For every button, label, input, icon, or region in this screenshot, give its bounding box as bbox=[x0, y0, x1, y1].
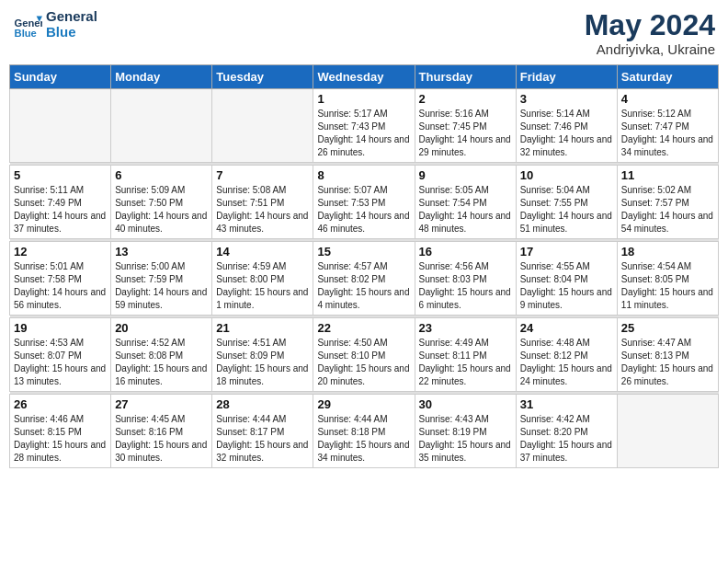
day-number: 19 bbox=[14, 321, 107, 335]
calendar-day-cell: 15Sunrise: 4:57 AMSunset: 8:02 PMDayligh… bbox=[313, 242, 415, 316]
day-info: Sunrise: 4:50 AMSunset: 8:10 PMDaylight:… bbox=[317, 337, 410, 388]
day-number: 14 bbox=[216, 245, 309, 259]
day-number: 3 bbox=[520, 92, 613, 106]
calendar-week-row: 5Sunrise: 5:11 AMSunset: 7:49 PMDaylight… bbox=[10, 166, 719, 239]
day-number: 11 bbox=[621, 168, 714, 182]
calendar-day-cell: 22Sunrise: 4:50 AMSunset: 8:10 PMDayligh… bbox=[313, 318, 415, 392]
day-info: Sunrise: 5:00 AMSunset: 7:59 PMDaylight:… bbox=[115, 260, 208, 312]
day-info: Sunrise: 5:04 AMSunset: 7:55 PMDaylight:… bbox=[520, 184, 613, 236]
weekday-header: Wednesday bbox=[313, 65, 415, 89]
calendar-day-cell: 16Sunrise: 4:56 AMSunset: 8:03 PMDayligh… bbox=[415, 242, 516, 316]
calendar-day-cell: 21Sunrise: 4:51 AMSunset: 8:09 PMDayligh… bbox=[212, 318, 313, 392]
calendar-day-cell: 28Sunrise: 4:44 AMSunset: 8:17 PMDayligh… bbox=[212, 395, 313, 468]
day-info: Sunrise: 4:51 AMSunset: 8:09 PMDaylight:… bbox=[216, 337, 309, 388]
calendar-day-cell: 26Sunrise: 4:46 AMSunset: 8:15 PMDayligh… bbox=[10, 395, 111, 468]
day-number: 13 bbox=[115, 245, 208, 259]
day-info: Sunrise: 4:42 AMSunset: 8:20 PMDaylight:… bbox=[520, 413, 613, 465]
calendar-table: SundayMondayTuesdayWednesdayThursdayFrid… bbox=[9, 64, 719, 468]
weekday-header-row: SundayMondayTuesdayWednesdayThursdayFrid… bbox=[10, 65, 719, 89]
calendar-day-cell: 29Sunrise: 4:44 AMSunset: 8:18 PMDayligh… bbox=[313, 395, 415, 468]
day-number: 4 bbox=[621, 92, 714, 106]
calendar-day-cell: 20Sunrise: 4:52 AMSunset: 8:08 PMDayligh… bbox=[111, 318, 212, 392]
weekday-header: Thursday bbox=[415, 65, 516, 89]
calendar-day-cell bbox=[111, 89, 212, 163]
page-header: General Blue General Blue May 2024 Andri… bbox=[9, 9, 719, 57]
weekday-header: Saturday bbox=[617, 65, 718, 89]
calendar-day-cell: 30Sunrise: 4:43 AMSunset: 8:19 PMDayligh… bbox=[415, 395, 516, 468]
day-number: 6 bbox=[115, 168, 208, 182]
day-number: 10 bbox=[520, 168, 613, 182]
calendar-day-cell: 19Sunrise: 4:53 AMSunset: 8:07 PMDayligh… bbox=[10, 318, 111, 392]
day-info: Sunrise: 4:52 AMSunset: 8:08 PMDaylight:… bbox=[115, 337, 208, 388]
title-area: May 2024 Andriyivka, Ukraine bbox=[585, 9, 715, 57]
calendar-week-row: 19Sunrise: 4:53 AMSunset: 8:07 PMDayligh… bbox=[10, 318, 719, 392]
weekday-header: Sunday bbox=[10, 65, 111, 89]
day-number: 28 bbox=[216, 397, 309, 411]
day-info: Sunrise: 4:46 AMSunset: 8:15 PMDaylight:… bbox=[14, 413, 107, 465]
location-subtitle: Andriyivka, Ukraine bbox=[585, 41, 715, 57]
calendar-day-cell: 24Sunrise: 4:48 AMSunset: 8:12 PMDayligh… bbox=[516, 318, 617, 392]
calendar-day-cell: 11Sunrise: 5:02 AMSunset: 7:57 PMDayligh… bbox=[617, 166, 718, 239]
day-number: 5 bbox=[14, 168, 107, 182]
month-title: May 2024 bbox=[585, 9, 715, 41]
calendar-day-cell: 9Sunrise: 5:05 AMSunset: 7:54 PMDaylight… bbox=[415, 166, 516, 239]
day-number: 23 bbox=[419, 321, 512, 335]
logo-icon: General Blue bbox=[13, 10, 42, 40]
calendar-day-cell: 1Sunrise: 5:17 AMSunset: 7:43 PMDaylight… bbox=[313, 89, 415, 163]
day-info: Sunrise: 5:09 AMSunset: 7:50 PMDaylight:… bbox=[115, 184, 208, 236]
calendar-day-cell: 14Sunrise: 4:59 AMSunset: 8:00 PMDayligh… bbox=[212, 242, 313, 316]
calendar-day-cell: 8Sunrise: 5:07 AMSunset: 7:53 PMDaylight… bbox=[313, 166, 415, 239]
calendar-day-cell: 12Sunrise: 5:01 AMSunset: 7:58 PMDayligh… bbox=[10, 242, 111, 316]
day-info: Sunrise: 5:12 AMSunset: 7:47 PMDaylight:… bbox=[621, 108, 714, 159]
day-number: 26 bbox=[14, 397, 107, 411]
day-info: Sunrise: 5:05 AMSunset: 7:54 PMDaylight:… bbox=[419, 184, 512, 236]
logo-line1: General bbox=[46, 9, 97, 25]
weekday-header: Tuesday bbox=[212, 65, 313, 89]
calendar-week-row: 26Sunrise: 4:46 AMSunset: 8:15 PMDayligh… bbox=[10, 395, 719, 468]
calendar-day-cell: 23Sunrise: 4:49 AMSunset: 8:11 PMDayligh… bbox=[415, 318, 516, 392]
day-info: Sunrise: 4:49 AMSunset: 8:11 PMDaylight:… bbox=[419, 337, 512, 388]
calendar-day-cell: 3Sunrise: 5:14 AMSunset: 7:46 PMDaylight… bbox=[516, 89, 617, 163]
weekday-header: Monday bbox=[111, 65, 212, 89]
calendar-day-cell: 31Sunrise: 4:42 AMSunset: 8:20 PMDayligh… bbox=[516, 395, 617, 468]
day-number: 2 bbox=[419, 92, 512, 106]
day-number: 8 bbox=[317, 168, 410, 182]
day-number: 21 bbox=[216, 321, 309, 335]
day-info: Sunrise: 5:08 AMSunset: 7:51 PMDaylight:… bbox=[216, 184, 309, 236]
day-info: Sunrise: 4:57 AMSunset: 8:02 PMDaylight:… bbox=[317, 260, 410, 312]
day-number: 22 bbox=[317, 321, 410, 335]
day-number: 30 bbox=[419, 397, 512, 411]
calendar-day-cell: 6Sunrise: 5:09 AMSunset: 7:50 PMDaylight… bbox=[111, 166, 212, 239]
day-number: 15 bbox=[317, 245, 410, 259]
day-info: Sunrise: 4:55 AMSunset: 8:04 PMDaylight:… bbox=[520, 260, 613, 312]
svg-text:Blue: Blue bbox=[15, 27, 37, 38]
calendar-week-row: 1Sunrise: 5:17 AMSunset: 7:43 PMDaylight… bbox=[10, 89, 719, 163]
day-info: Sunrise: 4:44 AMSunset: 8:17 PMDaylight:… bbox=[216, 413, 309, 465]
day-number: 29 bbox=[317, 397, 410, 411]
day-number: 20 bbox=[115, 321, 208, 335]
day-info: Sunrise: 5:01 AMSunset: 7:58 PMDaylight:… bbox=[14, 260, 107, 312]
calendar-day-cell: 27Sunrise: 4:45 AMSunset: 8:16 PMDayligh… bbox=[111, 395, 212, 468]
calendar-day-cell: 2Sunrise: 5:16 AMSunset: 7:45 PMDaylight… bbox=[415, 89, 516, 163]
day-info: Sunrise: 4:44 AMSunset: 8:18 PMDaylight:… bbox=[317, 413, 410, 465]
calendar-day-cell bbox=[10, 89, 111, 163]
day-info: Sunrise: 4:45 AMSunset: 8:16 PMDaylight:… bbox=[115, 413, 208, 465]
day-number: 18 bbox=[621, 245, 714, 259]
day-info: Sunrise: 4:56 AMSunset: 8:03 PMDaylight:… bbox=[419, 260, 512, 312]
calendar-day-cell: 7Sunrise: 5:08 AMSunset: 7:51 PMDaylight… bbox=[212, 166, 313, 239]
day-number: 24 bbox=[520, 321, 613, 335]
calendar-day-cell: 18Sunrise: 4:54 AMSunset: 8:05 PMDayligh… bbox=[617, 242, 718, 316]
day-info: Sunrise: 5:02 AMSunset: 7:57 PMDaylight:… bbox=[621, 184, 714, 236]
calendar-day-cell bbox=[617, 395, 718, 468]
day-number: 7 bbox=[216, 168, 309, 182]
day-info: Sunrise: 5:16 AMSunset: 7:45 PMDaylight:… bbox=[419, 108, 512, 159]
calendar-day-cell: 17Sunrise: 4:55 AMSunset: 8:04 PMDayligh… bbox=[516, 242, 617, 316]
day-number: 31 bbox=[520, 397, 613, 411]
calendar-day-cell: 25Sunrise: 4:47 AMSunset: 8:13 PMDayligh… bbox=[617, 318, 718, 392]
day-number: 1 bbox=[317, 92, 410, 106]
day-number: 27 bbox=[115, 397, 208, 411]
calendar-day-cell: 13Sunrise: 5:00 AMSunset: 7:59 PMDayligh… bbox=[111, 242, 212, 316]
day-number: 16 bbox=[419, 245, 512, 259]
day-number: 9 bbox=[419, 168, 512, 182]
day-info: Sunrise: 5:11 AMSunset: 7:49 PMDaylight:… bbox=[14, 184, 107, 236]
